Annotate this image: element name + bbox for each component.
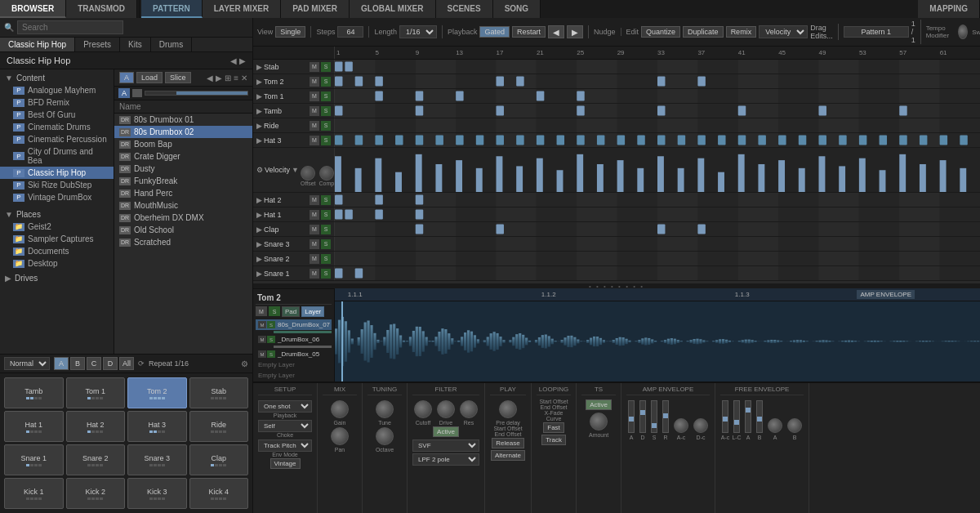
free-d-fader[interactable] bbox=[756, 400, 763, 433]
pattern-name-input[interactable] bbox=[844, 26, 909, 38]
sli-s-btn[interactable]: S bbox=[267, 350, 275, 358]
nav-left-icon[interactable]: ◀ bbox=[230, 56, 237, 65]
file-item-9[interactable]: DR Old School bbox=[114, 224, 252, 236]
slider-track[interactable] bbox=[145, 91, 248, 96]
restart-btn[interactable]: Restart bbox=[512, 26, 546, 38]
tree-item-geist2[interactable]: 📁 Geist2 bbox=[0, 221, 114, 233]
track-expand-icon[interactable]: ▶ bbox=[256, 211, 262, 219]
file-btn-load[interactable]: Load bbox=[136, 72, 163, 83]
pad-hat3[interactable]: Hat 3 bbox=[127, 411, 187, 442]
pad-kick3[interactable]: Kick 3 bbox=[127, 478, 187, 509]
file-item-3[interactable]: DR Crate Digger bbox=[114, 150, 252, 163]
track-expand-icon[interactable]: ▶ bbox=[256, 270, 262, 278]
filter-active-btn[interactable]: Active bbox=[433, 426, 459, 437]
velocity-dropdown[interactable]: ▼ bbox=[292, 166, 299, 174]
length-select[interactable]: 1/16 bbox=[399, 25, 437, 38]
amp-r-fader[interactable] bbox=[662, 400, 669, 433]
tab-browser[interactable]: BROWSER bbox=[0, 0, 66, 18]
playback-select[interactable]: One shot bbox=[258, 400, 312, 413]
steps-input[interactable] bbox=[337, 26, 363, 38]
tab-transmod[interactable]: TRANSMOD bbox=[66, 0, 137, 18]
track-expand-icon[interactable]: ▶ bbox=[256, 92, 262, 100]
layer-btn[interactable]: Layer bbox=[301, 306, 324, 317]
track-s-btn[interactable]: S bbox=[321, 136, 331, 145]
file-item-10[interactable]: DR Scratched bbox=[114, 236, 252, 248]
comp-knob[interactable] bbox=[319, 166, 334, 181]
cell-area[interactable] bbox=[335, 118, 980, 132]
cell-area[interactable] bbox=[335, 193, 980, 207]
pad-kick1[interactable]: Kick 1 bbox=[4, 478, 64, 509]
track-s-btn[interactable]: S bbox=[321, 195, 331, 205]
tree-item-classic[interactable]: P Classic Hip Hop bbox=[0, 167, 114, 179]
cutoff-knob[interactable] bbox=[414, 400, 432, 418]
sample-item-0[interactable]: M S 80s_DrumBox_07 bbox=[256, 319, 332, 330]
single-btn[interactable]: Single bbox=[275, 26, 305, 38]
vintage-btn[interactable]: Vintage bbox=[270, 458, 301, 469]
track-s-btn[interactable]: S bbox=[321, 254, 331, 264]
pads-mode-select[interactable]: Normal bbox=[4, 357, 50, 370]
free-b-fader[interactable] bbox=[733, 400, 740, 433]
pan-knob[interactable] bbox=[331, 427, 349, 445]
amp-s-fader[interactable] bbox=[651, 400, 657, 433]
track-m-btn[interactable]: M bbox=[310, 254, 319, 264]
cell-area[interactable] bbox=[335, 252, 980, 265]
cell-area[interactable] bbox=[335, 133, 980, 147]
toolbar-icon-3[interactable]: ⊞ bbox=[225, 74, 231, 83]
pad-snare3[interactable]: Snare 3 bbox=[127, 444, 187, 475]
cell-area[interactable] bbox=[335, 89, 980, 103]
track-m-btn[interactable]: M bbox=[310, 225, 319, 234]
track-s-btn[interactable]: S bbox=[321, 225, 331, 234]
track-expand-icon[interactable]: ▶ bbox=[256, 63, 262, 71]
pad-tom2[interactable]: Tom 2 bbox=[127, 377, 187, 408]
file-item-4[interactable]: DR Dusty bbox=[114, 163, 252, 175]
track-s-btn[interactable]: S bbox=[321, 269, 331, 279]
cell-area[interactable] bbox=[335, 207, 980, 221]
track-expand-icon[interactable]: ▶ bbox=[256, 122, 262, 130]
tree-item-documents[interactable]: 📁 Documents bbox=[0, 245, 114, 257]
amp-knob-d[interactable] bbox=[693, 418, 708, 433]
octave-knob[interactable] bbox=[376, 427, 394, 445]
tree-item-skirize[interactable]: P Ski Rize DubStep bbox=[0, 179, 114, 191]
tab-mapping[interactable]: MAPPING bbox=[918, 0, 980, 18]
file-item-1[interactable]: DR 80s Drumbox 02 bbox=[114, 126, 252, 138]
btn-b[interactable]: B bbox=[70, 357, 85, 370]
res-knob[interactable] bbox=[460, 400, 478, 418]
wf-m-btn[interactable]: M bbox=[256, 306, 267, 316]
drives-header[interactable]: ▶ Drives bbox=[0, 272, 114, 284]
sample-item-1[interactable]: M S _DrumBox_06 bbox=[256, 334, 332, 345]
gated-btn[interactable]: Gated bbox=[479, 26, 510, 38]
file-item-8[interactable]: DR Oberheim DX DMX bbox=[114, 212, 252, 224]
track-expand-icon[interactable]: ▶ bbox=[256, 136, 262, 145]
pad-tamb[interactable]: Tamb bbox=[4, 377, 64, 408]
pad-snare2[interactable]: Snare 2 bbox=[66, 444, 126, 475]
pads-settings-icon[interactable]: ⚙ bbox=[241, 359, 248, 368]
btn-all[interactable]: All bbox=[119, 357, 134, 370]
tree-item-sampler[interactable]: 📁 Sampler Captures bbox=[0, 233, 114, 245]
release-btn[interactable]: Release bbox=[492, 438, 523, 448]
drive-knob[interactable] bbox=[437, 400, 455, 418]
tab-classic-hip-hop[interactable]: Classic Hip Hop bbox=[0, 38, 75, 51]
track-s-btn[interactable]: S bbox=[321, 121, 331, 131]
track-s-btn[interactable]: S bbox=[321, 91, 331, 101]
sli-s-btn[interactable]: S bbox=[267, 336, 275, 343]
file-item-2[interactable]: DR Boom Bap bbox=[114, 138, 252, 150]
amp-d-fader[interactable] bbox=[639, 400, 646, 433]
btn-c[interactable]: C bbox=[87, 357, 101, 370]
tree-item-desktop[interactable]: 📁 Desktop bbox=[0, 257, 114, 270]
env-mode-select[interactable]: Track Pitch bbox=[258, 439, 312, 452]
track-expand-icon[interactable]: ▶ bbox=[256, 240, 262, 248]
cell-area[interactable] bbox=[335, 237, 980, 251]
amount-knob[interactable] bbox=[590, 413, 608, 430]
file-btn-a[interactable]: A bbox=[119, 72, 134, 83]
toolbar-icon-4[interactable]: ≡ bbox=[234, 74, 238, 83]
file-item-5[interactable]: DR FunkyBreak bbox=[114, 175, 252, 187]
search-input[interactable] bbox=[17, 20, 123, 34]
tempo-knob[interactable] bbox=[958, 25, 968, 39]
tree-item-bfd[interactable]: P BFD Remix bbox=[0, 96, 114, 109]
sample-item-3[interactable]: Empty Layer bbox=[256, 359, 332, 370]
pad-kick4[interactable]: Kick 4 bbox=[189, 478, 249, 509]
track-expand-icon[interactable]: ▶ bbox=[256, 78, 262, 86]
toolbar-icon-5[interactable]: ✕ bbox=[241, 74, 247, 83]
quantize-btn[interactable]: Quantize bbox=[641, 26, 680, 38]
track-expand-icon[interactable]: ▶ bbox=[256, 225, 262, 234]
